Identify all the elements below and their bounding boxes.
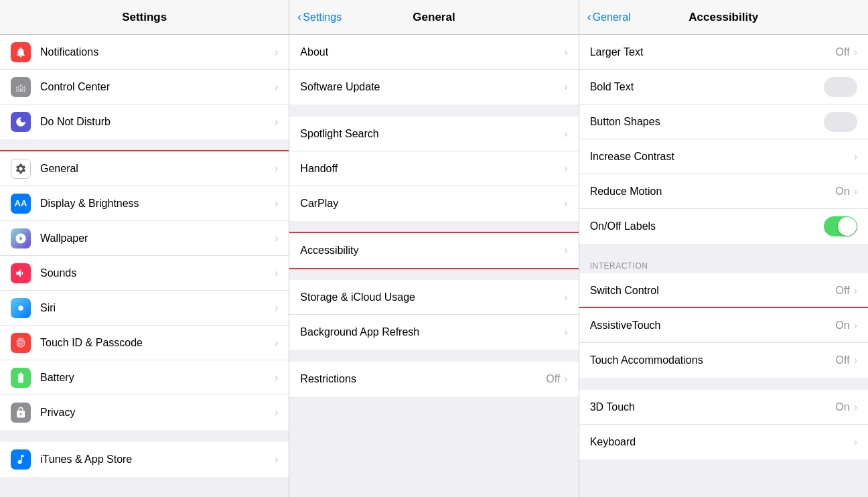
general-label: General xyxy=(40,163,275,175)
display-chevron: › xyxy=(275,198,278,210)
general-group-2: Spotlight Search › Handoff › CarPlay › xyxy=(289,117,578,221)
handoff-chevron: › xyxy=(564,163,567,175)
svg-point-0 xyxy=(18,305,23,311)
software-update-chevron: › xyxy=(564,81,567,93)
general-group-4: Storage & iCloud Usage › Background App … xyxy=(289,280,578,350)
general-column: ‹ Settings General About › Software Upda… xyxy=(289,0,579,497)
acc-item-larger-text[interactable]: Larger Text Off › xyxy=(579,35,868,70)
larger-text-value: Off xyxy=(836,46,850,58)
settings-column: Settings Notifications › Control Center … xyxy=(0,0,289,497)
about-label: About xyxy=(300,46,564,58)
acc-item-bold-text[interactable]: Bold Text xyxy=(579,70,868,104)
sounds-icon xyxy=(11,263,31,283)
acc-divider-interaction xyxy=(579,244,868,256)
assistivetouch-label: AssistiveTouch xyxy=(590,320,836,332)
button-shapes-label: Button Shapes xyxy=(590,116,824,128)
settings-item-wallpaper[interactable]: Wallpaper › xyxy=(0,221,289,256)
general-back-label: Settings xyxy=(303,11,342,23)
gen-divider-1 xyxy=(289,104,578,117)
button-shapes-toggle[interactable] xyxy=(824,112,857,132)
touchid-icon xyxy=(11,333,31,353)
control-center-chevron: › xyxy=(275,81,278,93)
settings-item-notifications[interactable]: Notifications › xyxy=(0,35,289,70)
bold-text-toggle[interactable] xyxy=(824,77,857,97)
interaction-section-label: INTERACTION xyxy=(579,256,868,273)
3d-touch-chevron: › xyxy=(854,401,857,413)
accessibility-column: ‹ General Accessibility Larger Text Off … xyxy=(579,0,868,497)
control-center-label: Control Center xyxy=(40,81,275,93)
general-header: ‹ Settings General xyxy=(289,0,578,35)
larger-text-label: Larger Text xyxy=(590,46,836,58)
do-not-disturb-icon xyxy=(11,112,31,132)
settings-item-general[interactable]: General › xyxy=(0,151,289,186)
settings-item-itunes[interactable]: iTunes & App Store › xyxy=(0,442,289,477)
general-item-about[interactable]: About › xyxy=(289,35,578,70)
acc-item-button-shapes[interactable]: Button Shapes xyxy=(579,104,868,139)
acc-group-2: Switch Control Off › AssistiveTouch On ›… xyxy=(579,273,868,378)
acc-divider-2 xyxy=(579,378,868,390)
handoff-label: Handoff xyxy=(300,163,564,175)
acc-item-switch-control[interactable]: Switch Control Off › xyxy=(579,273,868,308)
itunes-icon xyxy=(11,449,31,470)
do-not-disturb-label: Do Not Disturb xyxy=(40,116,275,128)
itunes-label: iTunes & App Store xyxy=(40,453,275,466)
do-not-disturb-chevron: › xyxy=(275,116,278,128)
general-item-accessibility[interactable]: Accessibility › xyxy=(289,233,578,268)
battery-chevron: › xyxy=(275,372,278,384)
settings-item-privacy[interactable]: Privacy › xyxy=(0,395,289,430)
general-scroll: About › Software Update › Spotlight Sear… xyxy=(289,35,578,497)
siri-label: Siri xyxy=(40,302,275,314)
general-item-spotlight[interactable]: Spotlight Search › xyxy=(289,117,578,151)
battery-label: Battery xyxy=(40,372,275,384)
touchid-chevron: › xyxy=(275,337,278,349)
about-chevron: › xyxy=(564,46,567,58)
general-item-storage[interactable]: Storage & iCloud Usage › xyxy=(289,280,578,315)
touchid-label: Touch ID & Passcode xyxy=(40,337,275,349)
acc-item-reduce-motion[interactable]: Reduce Motion On › xyxy=(579,174,868,209)
larger-text-chevron: › xyxy=(854,46,857,58)
reduce-motion-value: On xyxy=(835,186,849,198)
switch-control-value: Off xyxy=(836,285,850,297)
general-back-button[interactable]: ‹ Settings xyxy=(297,10,342,24)
settings-item-sounds[interactable]: Sounds › xyxy=(0,256,289,291)
settings-item-siri[interactable]: Siri › xyxy=(0,291,289,326)
accessibility-title: Accessibility xyxy=(689,11,758,24)
settings-group-3: iTunes & App Store › xyxy=(0,442,289,477)
settings-group-1: Notifications › Control Center › Do Not … xyxy=(0,35,289,139)
acc-item-increase-contrast[interactable]: Increase Contrast › xyxy=(579,139,868,174)
settings-item-touchid[interactable]: Touch ID & Passcode › xyxy=(0,326,289,360)
general-group-1: About › Software Update › xyxy=(289,35,578,104)
switch-control-label: Switch Control xyxy=(590,285,836,297)
wallpaper-chevron: › xyxy=(275,232,278,244)
control-center-icon xyxy=(11,77,31,97)
touch-accommodations-label: Touch Accommodations xyxy=(590,354,836,366)
accessibility-back-button[interactable]: ‹ General xyxy=(587,10,631,24)
settings-item-control-center[interactable]: Control Center › xyxy=(0,70,289,104)
general-item-carplay[interactable]: CarPlay › xyxy=(289,186,578,221)
increase-contrast-chevron: › xyxy=(854,151,857,163)
acc-item-keyboard[interactable]: Keyboard › xyxy=(579,425,868,459)
settings-item-display[interactable]: AA Display & Brightness › xyxy=(0,186,289,221)
settings-title: Settings xyxy=(122,11,167,24)
general-item-software-update[interactable]: Software Update › xyxy=(289,70,578,104)
itunes-chevron: › xyxy=(275,453,278,466)
acc-item-touch-accommodations[interactable]: Touch Accommodations Off › xyxy=(579,343,868,378)
acc-item-on-off-labels[interactable]: On/Off Labels xyxy=(579,209,868,244)
storage-chevron: › xyxy=(564,291,567,303)
acc-item-3d-touch[interactable]: 3D Touch On › xyxy=(579,390,868,425)
acc-item-assistivetouch[interactable]: AssistiveTouch On › xyxy=(579,308,868,343)
acc-group-1: Larger Text Off › Bold Text Button Shape… xyxy=(579,35,868,244)
acc-group-3: 3D Touch On › Keyboard › xyxy=(579,390,868,459)
battery-icon xyxy=(11,368,31,388)
general-item-background-refresh[interactable]: Background App Refresh › xyxy=(289,315,578,350)
reduce-motion-label: Reduce Motion xyxy=(590,186,836,198)
general-item-restrictions[interactable]: Restrictions Off › xyxy=(289,362,578,397)
keyboard-chevron: › xyxy=(854,436,857,448)
settings-item-do-not-disturb[interactable]: Do Not Disturb › xyxy=(0,104,289,139)
settings-item-battery[interactable]: Battery › xyxy=(0,360,289,395)
general-group-3: Accessibility › xyxy=(289,233,578,268)
general-item-handoff[interactable]: Handoff › xyxy=(289,151,578,186)
keyboard-label: Keyboard xyxy=(590,436,854,448)
sounds-label: Sounds xyxy=(40,267,275,279)
on-off-labels-toggle[interactable] xyxy=(824,216,857,236)
